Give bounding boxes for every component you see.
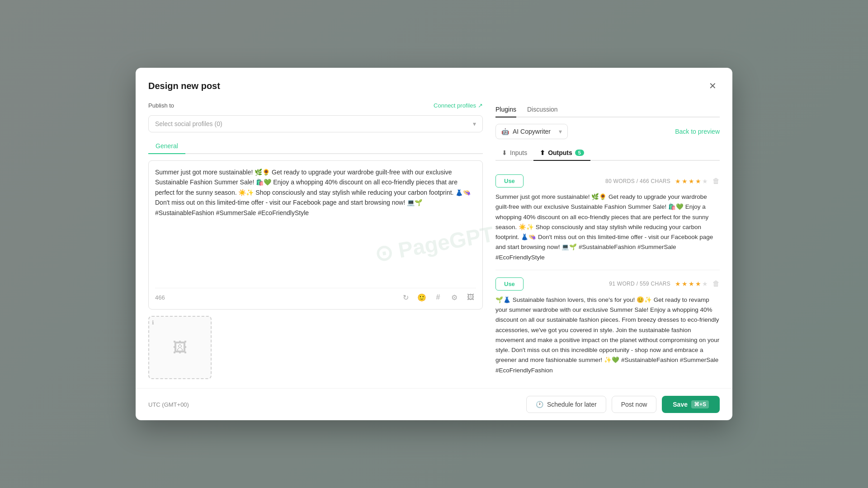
plugin-icon: 🤖: [501, 128, 509, 135]
plugin-select-dropdown[interactable]: 🤖 AI Copywriter ▾: [495, 124, 568, 139]
post-tab-bar: General: [148, 139, 483, 154]
delete-icon-2[interactable]: 🗑: [712, 280, 720, 288]
post-text[interactable]: Summer just got more sustainable! 🌿🌻 Get…: [155, 167, 476, 283]
image-placeholder-icon: 🖼: [173, 339, 187, 356]
modal-header: Design new post ✕: [136, 68, 732, 93]
word-count-2: 91 WORD / 559 CHARS: [609, 281, 670, 287]
connect-profiles-link[interactable]: Connect profiles ↗: [434, 102, 483, 109]
modal-title: Design new post: [148, 81, 220, 91]
hashtag-icon[interactable]: #: [433, 292, 443, 303]
use-button-2[interactable]: Use: [495, 277, 524, 291]
image-upload-area[interactable]: ℹ 🖼: [148, 316, 212, 379]
modal-body: Publish to Connect profiles ↗ Select soc…: [136, 93, 732, 388]
inputs-icon: ⬇: [502, 149, 507, 156]
plugin-row: 🤖 AI Copywriter ▾ Back to preview: [495, 124, 720, 139]
output-text-1: Summer just got more sustainable! 🌿🌻 Get…: [495, 192, 720, 263]
outputs-tabs: ⬇ Inputs ⬆ Outputs 5: [495, 145, 720, 161]
tab-outputs[interactable]: ⬆ Outputs 5: [533, 145, 590, 161]
output-item-1-header: Use 80 WORDS / 466 CHARS ★ ★ ★ ★ ★: [495, 174, 720, 188]
back-to-preview-link[interactable]: Back to preview: [675, 128, 720, 135]
tab-discussion[interactable]: Discussion: [527, 102, 558, 117]
output-item-1: Use 80 WORDS / 466 CHARS ★ ★ ★ ★ ★: [495, 167, 720, 270]
save-shortcut: ⌘+S: [691, 400, 709, 408]
outputs-icon: ⬆: [540, 149, 545, 156]
image-settings-icon[interactable]: 🖼: [465, 292, 476, 303]
char-count-row: 466 ↻ 🙂 # ⚙ 🖼: [155, 288, 476, 303]
clock-icon: 🕐: [536, 401, 543, 408]
save-button[interactable]: Save ⌘+S: [662, 396, 720, 413]
settings-icon[interactable]: ⚙: [449, 292, 460, 303]
utc-label: UTC (GMT+00): [148, 401, 189, 408]
tab-inputs[interactable]: ⬇ Inputs: [495, 145, 533, 160]
word-count-1: 80 WORDS / 466 CHARS: [605, 178, 670, 184]
output-text-2: 🌱👗 Sustainable fashion lovers, this one'…: [495, 295, 720, 375]
toolbar-icons: ↻ 🙂 # ⚙ 🖼: [400, 292, 476, 303]
refresh-icon[interactable]: ↻: [400, 292, 411, 303]
post-now-button[interactable]: Post now: [612, 396, 657, 413]
modal-footer: UTC (GMT+00) 🕐 Schedule for later Post n…: [136, 388, 732, 420]
plugin-name: AI Copywriter: [513, 128, 551, 135]
stars-2: ★ ★ ★ ★ ★: [675, 280, 708, 287]
tab-plugins[interactable]: Plugins: [495, 102, 516, 117]
char-count: 466: [155, 294, 165, 301]
right-panel: Plugins Discussion 🤖 AI Copywriter ▾ Bac…: [495, 102, 720, 379]
output-item-2: Use 91 WORD / 559 CHARS ★ ★ ★ ★ ★: [495, 270, 720, 379]
profile-select[interactable]: Select social profiles (0) ▾: [148, 115, 483, 132]
left-panel: Publish to Connect profiles ↗ Select soc…: [148, 102, 483, 379]
publish-to-label: Publish to: [148, 102, 174, 109]
dropdown-chevron: ▾: [559, 128, 562, 135]
schedule-button[interactable]: 🕐 Schedule for later: [526, 396, 606, 413]
output-meta-2: 91 WORD / 559 CHARS ★ ★ ★ ★ ★ 🗑: [609, 280, 720, 288]
output-meta-1: 80 WORDS / 466 CHARS ★ ★ ★ ★ ★ 🗑: [605, 177, 720, 185]
output-item-2-header: Use 91 WORD / 559 CHARS ★ ★ ★ ★ ★: [495, 277, 720, 291]
post-text-container: Summer just got more sustainable! 🌿🌻 Get…: [148, 160, 483, 310]
outputs-count-badge: 5: [575, 150, 584, 156]
outputs-list: Use 80 WORDS / 466 CHARS ★ ★ ★ ★ ★: [495, 167, 720, 379]
design-post-modal: Design new post ✕ Publish to Connect pro…: [136, 68, 732, 420]
right-tab-bar: Plugins Discussion: [495, 102, 720, 117]
delete-icon-1[interactable]: 🗑: [712, 177, 720, 185]
stars-1: ★ ★ ★ ★ ★: [675, 178, 708, 185]
tab-general[interactable]: General: [148, 139, 185, 154]
emoji-icon[interactable]: 🙂: [416, 292, 427, 303]
close-button[interactable]: ✕: [705, 79, 720, 93]
use-button-1[interactable]: Use: [495, 174, 524, 188]
info-icon: ℹ: [152, 319, 159, 327]
modal-overlay: ⊙ PageGPT Design new post ✕ Publish to C…: [0, 0, 868, 488]
publish-to-row: Publish to Connect profiles ↗: [148, 102, 483, 109]
